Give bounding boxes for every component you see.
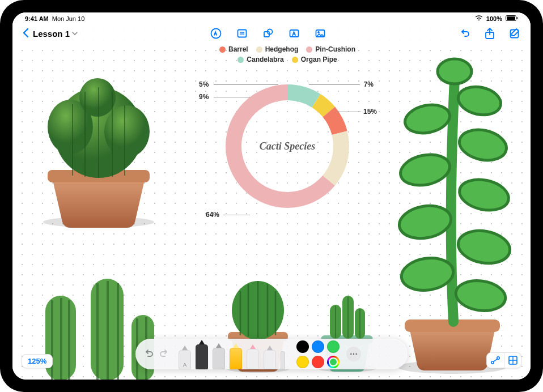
color-picker-button[interactable]: [327, 356, 340, 368]
chart-label-candelabra: 9%: [199, 93, 209, 101]
svg-rect-1: [507, 16, 515, 20]
tool-highlighter[interactable]: [230, 348, 242, 369]
color-green[interactable]: [327, 340, 340, 353]
palette-redo-button[interactable]: [158, 348, 171, 360]
svg-point-30: [457, 126, 510, 164]
color-yellow[interactable]: [296, 356, 309, 368]
svg-point-29: [402, 101, 452, 137]
wifi-icon: [475, 15, 483, 22]
chart-title: Cacti Species: [219, 78, 355, 214]
color-swatches: [296, 340, 340, 368]
tool-ruler[interactable]: [281, 351, 285, 369]
svg-point-32: [457, 175, 512, 214]
image-barrel-cactus[interactable]: [31, 65, 167, 229]
zoom-level-text: 125%: [28, 357, 46, 365]
pen-tray: A: [179, 339, 285, 369]
leader-line: [214, 97, 250, 97]
legend-item: Hedgehog: [256, 45, 299, 53]
compose-button[interactable]: [508, 27, 521, 40]
chart-label-hedgehog: 15%: [363, 108, 377, 116]
shapes-button[interactable]: [261, 27, 275, 40]
color-red[interactable]: [312, 356, 324, 368]
svg-point-31: [398, 150, 453, 189]
tool-pen[interactable]: [196, 344, 208, 369]
svg-point-27: [438, 59, 472, 84]
chevron-down-icon: [72, 31, 78, 37]
drawing-tall-succulent[interactable]: [383, 52, 519, 375]
text-box-button[interactable]: [287, 27, 301, 40]
chart-label-pincushion: 64%: [206, 211, 219, 219]
media-button[interactable]: [313, 27, 327, 40]
tool-text-pen[interactable]: A: [179, 350, 191, 369]
battery-percent: 100%: [486, 15, 502, 22]
leader-line: [223, 215, 250, 215]
leader-line: [337, 112, 361, 112]
back-button[interactable]: [22, 28, 29, 40]
undo-button[interactable]: [458, 27, 472, 40]
grid-toggle[interactable]: [504, 353, 521, 368]
tool-lasso[interactable]: [264, 350, 276, 369]
svg-point-33: [397, 202, 453, 242]
legend-dot-icon: [306, 46, 312, 53]
svg-point-11: [317, 32, 319, 33]
legend-item: Organ Pipe: [292, 56, 337, 63]
legend-dot-icon: [292, 57, 298, 63]
svg-point-36: [454, 278, 507, 314]
document-title-dropdown[interactable]: Lesson 1: [33, 29, 78, 39]
drawing-tool-palette: A ⋯: [135, 339, 408, 369]
chart-label-barrel: 7%: [364, 80, 374, 88]
legend-item: Barrel: [219, 45, 248, 53]
svg-point-48: [491, 361, 494, 364]
legend-item: Candelabra: [237, 56, 283, 63]
sticky-note-button[interactable]: [235, 27, 249, 40]
palette-more-button[interactable]: ⋯: [346, 347, 361, 361]
svg-line-50: [494, 359, 498, 362]
color-black[interactable]: [296, 340, 309, 353]
draw-tool-button[interactable]: [209, 27, 223, 40]
battery-icon: [506, 15, 518, 22]
legend-dot-icon: [256, 46, 262, 53]
status-time: 9:41 AM: [25, 15, 49, 22]
legend-dot-icon: [237, 57, 244, 63]
share-button[interactable]: [483, 27, 497, 40]
leader-line: [214, 84, 278, 85]
chart-label-organpipe: 5%: [199, 80, 209, 88]
svg-rect-2: [517, 17, 518, 19]
leader-line: [309, 84, 360, 85]
legend-dot-icon: [219, 46, 226, 53]
palette-undo-button[interactable]: [142, 348, 155, 360]
status-bar: 9:41 AM Mon Jun 10 100%: [12, 12, 531, 24]
svg-point-34: [456, 227, 512, 267]
svg-rect-4: [237, 30, 246, 37]
color-blue[interactable]: [312, 340, 324, 353]
legend-item: Pin-Cushion: [306, 45, 355, 53]
zoom-level-button[interactable]: 125%: [22, 354, 53, 368]
svg-point-28: [456, 83, 503, 119]
connectors-toggle[interactable]: [487, 353, 504, 368]
chart-legend: Barrel Hedgehog Pin-Cushion Candelabra O…: [205, 45, 370, 63]
tool-eraser[interactable]: [247, 349, 259, 369]
svg-point-23: [104, 105, 150, 157]
top-toolbar: Lesson 1: [12, 24, 531, 43]
donut-chart[interactable]: Barrel Hedgehog Pin-Cushion Candelabra O…: [200, 45, 375, 214]
status-date: Mon Jun 10: [52, 15, 84, 22]
tool-marker[interactable]: [213, 348, 225, 369]
svg-point-49: [497, 357, 499, 359]
document-title-text: Lesson 1: [33, 29, 70, 39]
view-mode-segmented: [486, 352, 521, 368]
